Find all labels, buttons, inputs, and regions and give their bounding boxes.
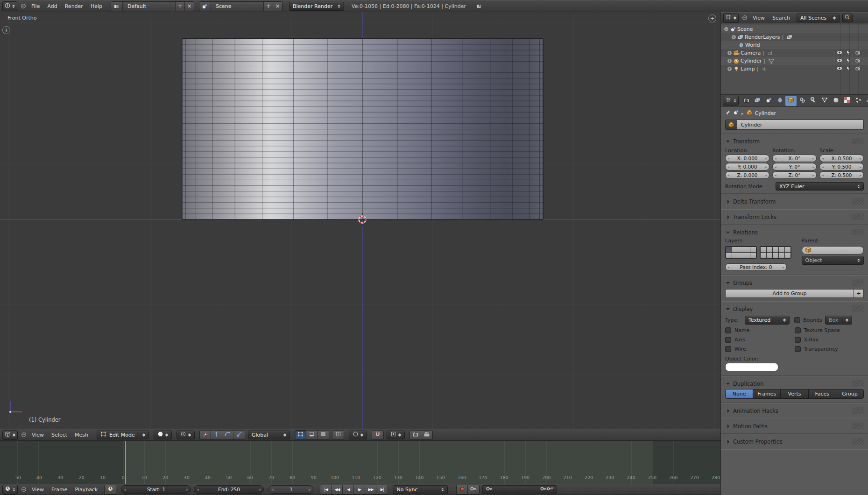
outliner-row-renderlayers[interactable]: + RenderLayers | bbox=[721, 33, 868, 41]
vertex-select-button[interactable] bbox=[295, 431, 306, 439]
collapse-menus-icon[interactable] bbox=[741, 14, 749, 22]
scale-y-field[interactable]: Y: 0.500 bbox=[819, 163, 864, 170]
outliner-label[interactable]: World bbox=[745, 42, 760, 48]
snap-element-select[interactable] bbox=[387, 431, 405, 439]
editor-type-select-properties[interactable] bbox=[723, 96, 739, 106]
sidebar-expand-button[interactable]: + bbox=[708, 14, 716, 22]
outliner-label[interactable]: RenderLayers bbox=[745, 34, 780, 40]
duplication-frames-button[interactable]: Frames bbox=[753, 389, 781, 398]
rotation-z-field[interactable]: Z: 0° bbox=[772, 171, 817, 179]
panel-drag-icon[interactable] bbox=[852, 213, 864, 220]
panel-drag-icon[interactable] bbox=[852, 423, 864, 429]
layer-cell[interactable] bbox=[732, 247, 738, 252]
toolshelf-expand-button[interactable]: + bbox=[2, 26, 10, 34]
panel-drag-icon[interactable] bbox=[852, 279, 864, 286]
name-checkbox[interactable] bbox=[725, 327, 731, 333]
panel-header-duplication[interactable]: Duplication bbox=[725, 378, 864, 389]
3d-viewport[interactable]: Front Ortho + + (1) Cylinder bbox=[0, 12, 720, 429]
bounds-type-select[interactable]: Box bbox=[825, 316, 852, 325]
expand-toggle[interactable]: + bbox=[727, 58, 732, 64]
selectable-toggle[interactable] bbox=[844, 57, 853, 65]
expand-toggle[interactable]: + bbox=[727, 50, 732, 56]
expand-toggle[interactable]: + bbox=[727, 66, 732, 71]
outliner-label[interactable]: Lamp bbox=[741, 66, 755, 72]
menu-mesh[interactable]: Mesh bbox=[71, 432, 92, 438]
transform-orientation-select[interactable]: Global bbox=[248, 431, 290, 439]
jump-to-start-button[interactable]: |◀ bbox=[320, 485, 332, 494]
expand-toggle[interactable]: + bbox=[731, 35, 736, 40]
rotation-mode-select[interactable]: XYZ Euler bbox=[776, 182, 864, 191]
prev-keyframe-button[interactable]: ◀◀ bbox=[332, 485, 343, 494]
editor-type-select-outliner[interactable] bbox=[723, 13, 739, 23]
play-reverse-button[interactable]: ◀ bbox=[343, 485, 354, 494]
panel-header-groups[interactable]: Groups bbox=[725, 277, 864, 288]
mode-select[interactable]: Edit Mode bbox=[97, 431, 149, 439]
rotation-x-field[interactable]: X: 0° bbox=[772, 155, 817, 162]
collapse-menus-icon[interactable] bbox=[20, 431, 28, 439]
outliner-filter-select[interactable]: All Scenes bbox=[797, 14, 840, 22]
selectable-toggle[interactable] bbox=[844, 65, 853, 73]
delete-scene-button[interactable]: × bbox=[273, 2, 282, 11]
use-preview-range-button[interactable] bbox=[105, 485, 116, 494]
outliner-row-world[interactable]: World bbox=[721, 41, 868, 49]
panel-drag-icon[interactable] bbox=[852, 198, 864, 205]
selectable-toggle[interactable] bbox=[844, 49, 853, 57]
panel-drag-icon[interactable] bbox=[852, 138, 864, 144]
editor-type-select-timeline[interactable] bbox=[2, 485, 18, 495]
outliner-search-button[interactable] bbox=[842, 14, 853, 22]
hide-toggle[interactable] bbox=[835, 65, 844, 73]
texture-space-checkbox[interactable] bbox=[795, 327, 801, 333]
outliner-label[interactable]: Cylinder bbox=[741, 58, 762, 64]
duplication-faces-button[interactable]: Faces bbox=[809, 389, 836, 398]
new-group-button[interactable]: + bbox=[854, 289, 864, 298]
tab-constraints[interactable] bbox=[797, 96, 808, 106]
add-layout-button[interactable]: + bbox=[175, 2, 184, 11]
tab-render-layers[interactable] bbox=[752, 96, 763, 106]
layer-cell[interactable] bbox=[726, 253, 732, 258]
timeline-track[interactable]: -50-40-30-20-100102030405060708090100110… bbox=[0, 441, 720, 484]
scale-z-field[interactable]: Z: 0.500 bbox=[819, 171, 864, 179]
outliner-row-lamp[interactable]: + Lamp | bbox=[721, 65, 868, 73]
screen-layout-selector[interactable]: Default + × bbox=[111, 1, 194, 11]
layer-cell[interactable] bbox=[773, 253, 778, 258]
layer-cell[interactable] bbox=[744, 253, 750, 258]
location-z-field[interactable]: Z: 0.000 bbox=[725, 171, 769, 179]
display-type-select[interactable]: Textured bbox=[745, 316, 790, 325]
panel-drag-icon[interactable] bbox=[852, 438, 864, 445]
manipulator-button[interactable] bbox=[200, 431, 211, 439]
bounds-checkbox[interactable] bbox=[794, 317, 800, 323]
duplication-none-button[interactable]: None bbox=[726, 389, 753, 398]
sync-mode-select[interactable]: No Sync bbox=[393, 485, 448, 494]
auto-keying-set-button[interactable] bbox=[468, 485, 479, 494]
panel-header-custom-properties[interactable]: Custom Properties bbox=[725, 436, 864, 447]
outliner-label[interactable]: Camera bbox=[741, 50, 761, 56]
jump-to-end-button[interactable]: ▶| bbox=[376, 485, 388, 494]
layer-cell[interactable] bbox=[785, 253, 790, 258]
hide-toggle[interactable] bbox=[835, 57, 844, 65]
opengl-render-anim-button[interactable] bbox=[421, 431, 432, 439]
proportional-edit-select[interactable] bbox=[349, 431, 367, 439]
layer-grid-left[interactable] bbox=[725, 246, 757, 259]
panel-header-motion-paths[interactable]: Motion Paths bbox=[725, 421, 864, 431]
scale-x-field[interactable]: X: 0.500 bbox=[819, 155, 864, 162]
menu-view-timeline[interactable]: View bbox=[28, 487, 48, 493]
xray-checkbox[interactable] bbox=[795, 337, 801, 343]
render-toggle[interactable] bbox=[854, 57, 862, 65]
layer-cell[interactable] bbox=[767, 253, 772, 258]
panel-header-delta-transform[interactable]: Delta Transform bbox=[725, 196, 864, 207]
location-y-field[interactable]: Y: 0.000 bbox=[725, 163, 769, 170]
pivot-point-select[interactable] bbox=[176, 431, 195, 439]
editor-type-select[interactable] bbox=[2, 1, 17, 11]
outliner-label[interactable]: Scene bbox=[737, 26, 753, 32]
panel-header-transform[interactable]: Transform bbox=[725, 136, 864, 147]
duplication-verts-button[interactable]: Verts bbox=[781, 389, 808, 398]
tab-particles[interactable] bbox=[853, 96, 864, 106]
translate-manipulator-button[interactable] bbox=[211, 431, 222, 439]
pin-icon[interactable] bbox=[725, 110, 731, 117]
parent-object-field[interactable] bbox=[802, 246, 864, 255]
layer-cell[interactable] bbox=[732, 253, 738, 258]
layer-cell[interactable] bbox=[726, 247, 732, 252]
duplication-group-button[interactable]: Group bbox=[836, 389, 863, 398]
outliner-row-camera[interactable]: + Camera | bbox=[721, 49, 868, 57]
panel-drag-icon[interactable] bbox=[852, 380, 864, 387]
